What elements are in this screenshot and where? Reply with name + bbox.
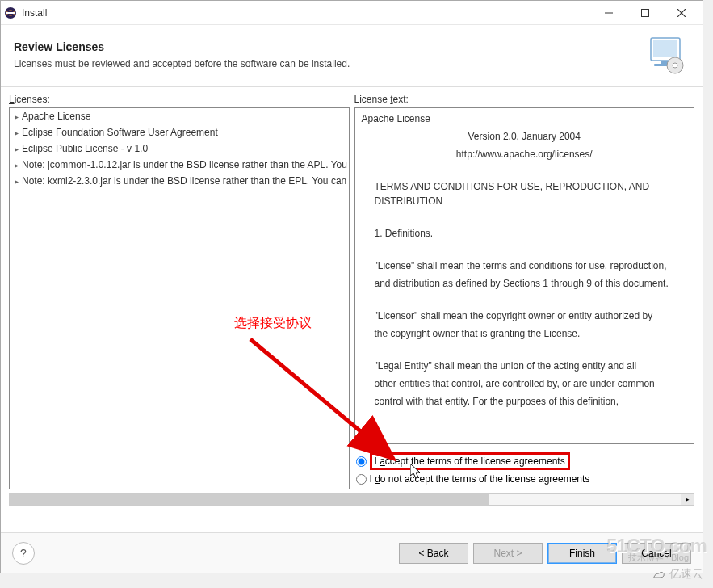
install-icon — [641, 35, 690, 75]
license-text-area[interactable]: Apache License Version 2.0, January 2004… — [354, 107, 695, 444]
accept-radio[interactable] — [356, 456, 367, 467]
cancel-button[interactable]: Cancel — [622, 543, 691, 564]
license-item[interactable]: ▸Eclipse Foundation Software User Agreem… — [10, 124, 349, 141]
reject-label[interactable]: I do not accept the terms of the license… — [370, 473, 590, 485]
license-item[interactable]: ▸Note: jcommon-1.0.12.jar is under the B… — [10, 157, 349, 173]
horizontal-scrollbar[interactable]: ▸ — [9, 493, 694, 506]
eclipse-icon — [4, 6, 17, 19]
reject-radio[interactable] — [356, 474, 367, 485]
window-title: Install — [22, 7, 590, 19]
maximize-button[interactable] — [627, 2, 663, 24]
chevron-right-icon: ▸ — [15, 128, 19, 137]
button-bar: ? < Back Next > Finish Cancel — [1, 532, 703, 573]
chevron-right-icon: ▸ — [15, 112, 19, 121]
svg-rect-8 — [653, 40, 677, 57]
close-button[interactable] — [663, 2, 699, 24]
license-item[interactable]: ▸Apache License — [10, 108, 349, 124]
next-button[interactable]: Next > — [473, 543, 543, 564]
page-title: Review Licenses — [14, 40, 641, 53]
back-button[interactable]: < Back — [399, 543, 468, 564]
minimize-button[interactable] — [590, 2, 627, 24]
finish-button[interactable]: Finish — [547, 543, 617, 564]
chevron-right-icon: ▸ — [15, 161, 19, 170]
licenses-list[interactable]: ▸Apache License ▸Eclipse Foundation Soft… — [9, 107, 350, 489]
chevron-right-icon: ▸ — [15, 145, 19, 153]
page-description: Licenses must be reviewed and accepted b… — [14, 58, 641, 69]
accept-label[interactable]: I accept the terms of the license agreem… — [375, 456, 565, 467]
license-item[interactable]: ▸Eclipse Public License - v 1.0 — [10, 141, 349, 157]
license-item[interactable]: ▸Note: kxml2-2.3.0.jar is under the BSD … — [10, 173, 349, 189]
scroll-right-icon[interactable]: ▸ — [681, 494, 694, 505]
chevron-right-icon: ▸ — [15, 177, 19, 186]
svg-rect-2 — [6, 12, 15, 14]
svg-point-12 — [673, 63, 677, 68]
licenses-label: Licenses: — [9, 92, 350, 107]
license-text-label: License text: — [354, 92, 695, 107]
scrollbar-thumb[interactable] — [10, 494, 489, 505]
svg-rect-4 — [641, 9, 648, 16]
help-button[interactable]: ? — [12, 542, 35, 565]
titlebar: Install — [1, 1, 703, 25]
wizard-header: Review Licenses Licenses must be reviewe… — [1, 25, 703, 87]
